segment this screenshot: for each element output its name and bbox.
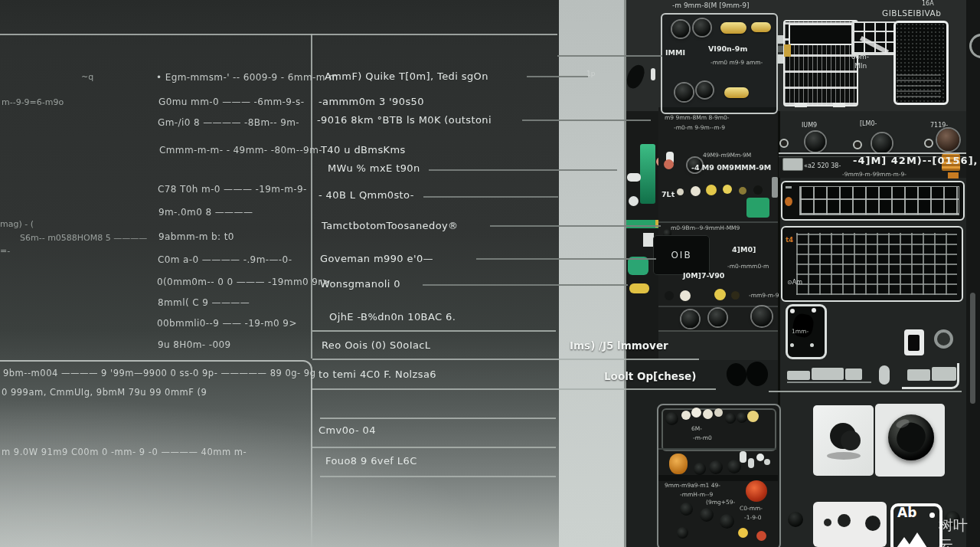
small-knob[interactable] [725, 413, 736, 424]
rotary-knob[interactable] [752, 306, 772, 326]
device-dot [790, 343, 794, 347]
garbled-label: m 9.0W 91m9 C00m 0 -mm- 9 -0 ———— 40mm m… [2, 447, 247, 457]
knob-shadow [827, 452, 861, 460]
orange-knob[interactable] [669, 454, 688, 474]
vent-grille-small [781, 181, 965, 221]
panel-knob[interactable] [872, 133, 892, 153]
white-pin [651, 68, 655, 80]
garbled-label: MWu % mxE t90n [328, 163, 420, 174]
dark-button[interactable] [753, 185, 763, 195]
garbled-label: oom- [851, 54, 869, 61]
rotary-knob[interactable] [681, 310, 699, 328]
slider-track [787, 382, 871, 383]
rotary-knob[interactable] [694, 19, 710, 36]
small-knob[interactable] [737, 412, 747, 423]
yellow-led [714, 289, 726, 300]
rotary-knob[interactable] [709, 309, 727, 326]
garbled-label: ⊙Am [787, 280, 802, 287]
garbled-label: GIBLSEIBIVAb [882, 9, 941, 18]
rotary-knob[interactable] [675, 84, 693, 101]
red-led [746, 480, 767, 502]
small-knob[interactable] [680, 503, 693, 516]
small-knob[interactable] [700, 508, 714, 522]
slider-handle[interactable] [879, 365, 890, 385]
port-dot[interactable] [838, 514, 851, 527]
garbled-label: AmmF) Quike T[0m], Tedi sgOn [325, 71, 488, 82]
panel-divider-line [769, 391, 962, 392]
garbled-label: m9 9mm-8Mm 8-9m0- [665, 115, 730, 121]
device-dot [812, 308, 816, 313]
leader-line [423, 196, 558, 198]
module-divider [658, 221, 778, 223]
yellow-led [706, 185, 717, 195]
slider-segment[interactable] [845, 368, 862, 380]
garbled-label: Fouo8 9 6vef L6C [325, 456, 417, 467]
caption-opchese: Loolt Op[chese) [604, 371, 696, 382]
white-led [764, 459, 770, 465]
watermark-brand-text: 树叶云 [939, 516, 980, 547]
yellow-button[interactable] [720, 22, 746, 34]
cream-led [703, 409, 713, 419]
screw [924, 139, 933, 148]
leader-line [490, 225, 661, 227]
black-knob[interactable] [788, 512, 803, 527]
panel-knob[interactable] [937, 129, 959, 151]
row-divider [320, 476, 556, 477]
garbled-label: Gm-/i0 8 ———— -8Bm-- 9m- [158, 118, 299, 128]
garbled-label: ~q [81, 73, 93, 82]
port-dot[interactable] [865, 516, 880, 531]
leader-line [423, 284, 628, 286]
garbled-label: VI90n-9m [708, 45, 747, 53]
slider-segment[interactable] [787, 371, 810, 380]
gray-connector[interactable] [782, 158, 803, 171]
garbled-label: m--9-9=6-m9o [2, 98, 64, 107]
leader-line [522, 120, 651, 121]
white-pin [748, 458, 754, 468]
green-tab-button[interactable] [746, 198, 769, 218]
small-rotary-knob[interactable] [841, 431, 861, 450]
red-led [756, 531, 766, 541]
garbled-label: OjhE -B%dn0n 10BAC 6. [329, 312, 456, 323]
top-divider-line [0, 34, 557, 35]
grille-cells [799, 186, 959, 215]
rotary-knob[interactable] [672, 21, 689, 38]
garbled-label: 9m-.0m0 8 ———— [158, 208, 253, 218]
garbled-label: mag) - ( [0, 220, 34, 229]
cream-led [677, 188, 684, 195]
yellow-button[interactable] [751, 22, 771, 32]
garbled-label: G0mu mm-0 ——— -6mm-9-s- [158, 97, 304, 107]
yellow-button[interactable] [724, 87, 749, 98]
garbled-label: to temi 4C0 F. Nolzsa6 [318, 369, 436, 380]
caption-transformer: Ims) /J5 lmmover [570, 340, 668, 352]
garbled-label: Goveman m990 e'0— [320, 254, 433, 264]
cream-led [691, 186, 701, 196]
garbled-label: 6M- [691, 426, 702, 432]
slider-segment[interactable] [812, 368, 844, 380]
yellow-button[interactable] [629, 283, 649, 293]
dark-button[interactable] [665, 291, 674, 300]
garbled-label: 16A [922, 1, 934, 8]
orange-chip [948, 172, 959, 179]
small-knob[interactable] [665, 412, 678, 425]
small-knob[interactable] [727, 460, 741, 473]
garbled-label: 49M9-m9Mm-9M [703, 152, 751, 159]
garbled-label: 9abmm-m b: t0 [158, 232, 234, 242]
rotary-knob[interactable] [697, 82, 713, 98]
small-knob[interactable] [709, 460, 723, 474]
garbled-label: -4]M] 42M)--[0156], [853, 156, 978, 166]
cream-led [680, 290, 691, 301]
small-knob[interactable] [720, 514, 734, 529]
garbled-label: -ammm0m 3 '90s50 [318, 97, 424, 107]
small-knob[interactable] [694, 463, 706, 475]
garbled-label: S6m-- m0588HOM8 5 ———— [20, 234, 147, 243]
port-dot[interactable] [824, 519, 831, 526]
screw [779, 139, 789, 148]
panel-knob[interactable] [805, 132, 825, 152]
bracket-line [902, 363, 959, 389]
white-led [756, 454, 764, 461]
small-knob[interactable] [677, 527, 688, 539]
garbled-label: Cmmm-m-m- - 49mm- -80m--9m- [159, 146, 322, 156]
garbled-label: m0-9Bm--9-9mmH-MM9 [671, 225, 740, 231]
dim-led [739, 187, 746, 195]
leader-line [527, 76, 588, 77]
